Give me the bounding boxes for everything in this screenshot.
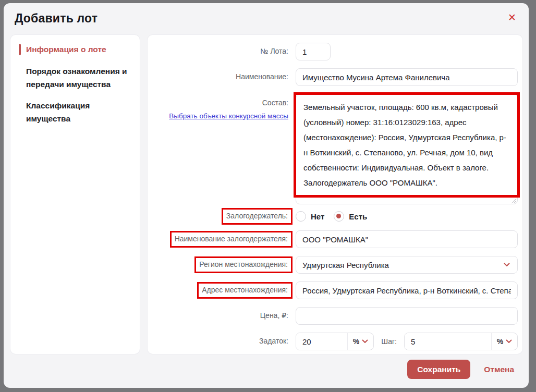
radio-checked-icon[interactable] xyxy=(334,211,344,222)
address-row: Адрес местонахождения: xyxy=(148,281,515,299)
pledgee-name-label: Наименование залогодержателя: xyxy=(170,231,293,248)
chevron-down-icon xyxy=(506,339,512,344)
pledgee-name-input[interactable] xyxy=(296,230,518,248)
step-input-group: % xyxy=(404,333,518,350)
add-lot-modal: Добавить лот ✕ Информация о лоте Порядок… xyxy=(4,3,529,388)
chevron-down-icon xyxy=(504,263,510,267)
radio-label: Есть xyxy=(349,212,367,221)
modal-body: Информация о лоте Порядок ознакомления и… xyxy=(10,35,522,354)
composition-textarea[interactable]: Земельный участок, площадь: 600 кв.м, ка… xyxy=(296,94,518,204)
sidebar-item-label: Классификация имущества xyxy=(26,101,90,123)
name-label: Наименование: xyxy=(148,72,288,82)
region-select[interactable]: Удмуртская Республика xyxy=(296,256,518,274)
step-label: Шаг: xyxy=(381,337,397,346)
address-input[interactable] xyxy=(296,281,518,299)
chevron-down-icon xyxy=(362,339,368,344)
pledgee-toggle-label: Залогодержатель: xyxy=(222,208,293,225)
deposit-input-group: % xyxy=(296,333,374,350)
lot-form: № Лота: Наименование: Состав: Выбрать об… xyxy=(148,35,522,354)
select-bankruptcy-assets-link[interactable]: Выбрать объекты конкурсной массы xyxy=(148,112,288,121)
pledgee-radio-group: Нет Есть xyxy=(296,211,518,222)
region-row: Регион местонахождения: Удмуртская Респу… xyxy=(148,256,515,274)
lot-number-input[interactable] xyxy=(296,43,331,60)
sidebar-item-property-classification[interactable]: Классификация имущества xyxy=(26,100,130,126)
sidebar-item-label: Порядок ознакомления и передачи имуществ… xyxy=(26,67,127,89)
radio-label: Нет xyxy=(311,212,324,221)
save-button[interactable]: Сохранить xyxy=(407,360,470,379)
modal-header: Добавить лот ✕ xyxy=(4,3,529,27)
name-row: Наименование: xyxy=(148,68,515,86)
lot-number-row: № Лота: xyxy=(148,43,515,60)
deposit-unit-select[interactable]: % xyxy=(347,333,373,350)
resize-grip-icon[interactable] xyxy=(511,199,516,203)
sidebar: Информация о лоте Порядок ознакомления и… xyxy=(10,35,140,354)
sidebar-item-label: Информация о лоте xyxy=(26,45,106,54)
composition-row: Состав: Выбрать объекты конкурсной массы… xyxy=(148,94,515,206)
sidebar-item-familiarization-order[interactable]: Порядок ознакомления и передачи имуществ… xyxy=(26,65,130,91)
address-label: Адрес местонахождения: xyxy=(197,282,293,299)
deposit-step-row: Задаток: % Шаг: xyxy=(148,333,515,350)
active-indicator-bar xyxy=(19,44,21,55)
cancel-button[interactable]: Отмена xyxy=(484,365,514,374)
step-unit: % xyxy=(497,337,503,346)
region-label: Регион местонахождения: xyxy=(194,256,293,273)
radio-option-no[interactable]: Нет xyxy=(296,211,324,222)
deposit-unit: % xyxy=(353,337,359,346)
sidebar-item-lot-info[interactable]: Информация о лоте xyxy=(26,43,130,56)
name-input[interactable] xyxy=(296,68,518,86)
composition-label: Состав: xyxy=(262,99,288,107)
region-selected-value: Удмуртская Республика xyxy=(302,261,389,270)
price-input[interactable] xyxy=(296,307,518,325)
radio-option-yes[interactable]: Есть xyxy=(334,211,367,222)
pledgee-name-row: Наименование залогодержателя: xyxy=(148,230,515,248)
radio-unchecked-icon[interactable] xyxy=(296,211,306,222)
close-icon[interactable]: ✕ xyxy=(508,13,516,22)
pledgee-toggle-row: Залогодержатель: Нет Есть xyxy=(148,211,515,222)
lot-number-label: № Лота: xyxy=(148,46,288,57)
price-label: Цена, ₽: xyxy=(148,311,288,321)
step-unit-select[interactable]: % xyxy=(491,333,517,350)
deposit-input[interactable] xyxy=(296,333,347,350)
price-row: Цена, ₽: xyxy=(148,307,515,325)
modal-title: Добавить лот xyxy=(15,11,515,26)
step-input[interactable] xyxy=(405,333,491,350)
modal-footer: Сохранить Отмена xyxy=(4,354,529,388)
deposit-label: Задаток: xyxy=(148,336,288,347)
